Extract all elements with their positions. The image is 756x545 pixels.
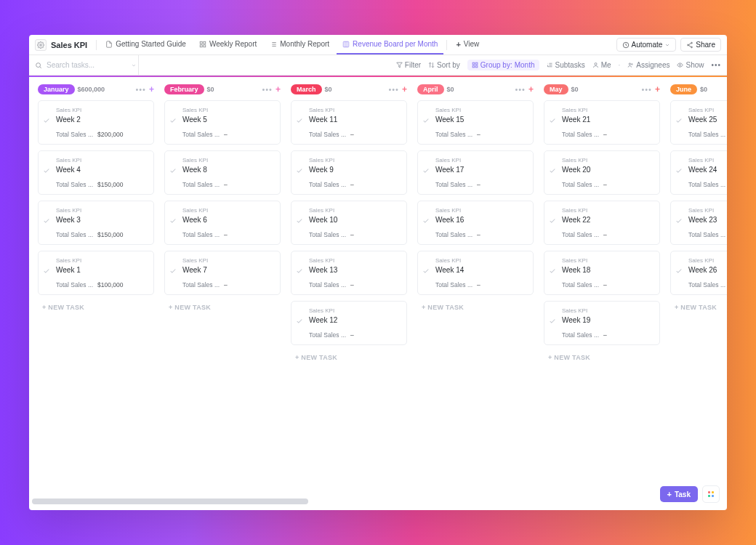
check-icon[interactable]: [43, 217, 50, 225]
task-card[interactable]: Sales KPIWeek 24Total Sales ...: [670, 150, 727, 195]
check-icon[interactable]: [549, 117, 556, 124]
more-icon[interactable]: •••: [515, 85, 526, 94]
check-icon[interactable]: [675, 217, 683, 225]
settings-icon[interactable]: [35, 39, 47, 51]
share-button[interactable]: Share: [680, 38, 721, 52]
add-card-icon[interactable]: +: [655, 84, 660, 94]
task-card[interactable]: Sales KPIWeek 7Total Sales ...–: [164, 251, 281, 295]
task-card[interactable]: Sales KPIWeek 16Total Sales ...–: [417, 201, 534, 245]
check-icon[interactable]: [169, 167, 177, 174]
tab-getting-started-guide[interactable]: Getting Started Guide: [100, 35, 192, 54]
task-card[interactable]: Sales KPIWeek 4Total Sales ...$150,000: [38, 150, 154, 195]
check-icon[interactable]: [169, 217, 177, 225]
new-task-button[interactable]: + NEW TASK: [417, 301, 534, 314]
task-card[interactable]: Sales KPIWeek 2Total Sales ...$200,000: [38, 100, 154, 145]
task-card[interactable]: Sales KPIWeek 10Total Sales ...–: [291, 201, 407, 245]
board[interactable]: January$600,000•••+Sales KPIWeek 2Total …: [29, 77, 727, 510]
month-chip[interactable]: June: [670, 84, 697, 94]
new-task-button[interactable]: + NEW TASK: [291, 351, 407, 364]
tab-weekly-report[interactable]: Weekly Report: [193, 35, 262, 54]
check-icon[interactable]: [422, 167, 430, 174]
sort-button[interactable]: Sort by: [428, 61, 460, 69]
check-icon[interactable]: [43, 117, 50, 124]
task-card[interactable]: Sales KPIWeek 20Total Sales ...–: [544, 150, 660, 195]
task-card[interactable]: Sales KPIWeek 17Total Sales ...–: [417, 150, 534, 195]
show-button[interactable]: Show: [677, 61, 704, 69]
task-card[interactable]: Sales KPIWeek 18Total Sales ...–: [544, 251, 660, 295]
check-icon[interactable]: [296, 217, 303, 225]
task-card[interactable]: Sales KPIWeek 26Total Sales ...: [670, 251, 727, 295]
task-card[interactable]: Sales KPIWeek 15Total Sales ...–: [417, 100, 534, 145]
check-icon[interactable]: [169, 267, 177, 275]
check-icon[interactable]: [43, 267, 50, 275]
assignees-button[interactable]: Assignees: [627, 61, 669, 69]
new-task-button[interactable]: + NEW TASK: [38, 301, 154, 314]
month-chip[interactable]: January: [38, 84, 75, 94]
add-card-icon[interactable]: +: [149, 84, 154, 94]
check-icon[interactable]: [296, 167, 303, 174]
me-button[interactable]: Me: [592, 61, 611, 69]
more-icon[interactable]: •••: [641, 85, 652, 94]
search-input-wrap[interactable]: [35, 61, 137, 69]
check-icon[interactable]: [549, 167, 556, 174]
check-icon[interactable]: [296, 318, 303, 325]
check-icon[interactable]: [549, 217, 556, 225]
add-card-icon[interactable]: +: [276, 84, 281, 94]
subtasks-button[interactable]: Subtasks: [547, 61, 585, 69]
check-icon[interactable]: [296, 267, 303, 275]
check-icon[interactable]: [549, 318, 556, 325]
month-chip[interactable]: May: [544, 84, 568, 94]
group-by-button[interactable]: Group by: Month: [467, 60, 539, 70]
automate-button[interactable]: Automate: [616, 38, 677, 52]
new-task-button[interactable]: + NEW TASK: [164, 301, 281, 314]
task-card[interactable]: Sales KPIWeek 13Total Sales ...–: [291, 251, 407, 295]
new-task-fab[interactable]: + Task: [660, 486, 699, 502]
horizontal-scrollbar[interactable]: [32, 498, 308, 504]
tab-revenue-board-per-month[interactable]: Revenue Board per Month: [337, 35, 443, 54]
add-card-icon[interactable]: +: [528, 84, 534, 94]
more-icon[interactable]: •••: [135, 85, 146, 94]
task-card[interactable]: Sales KPIWeek 22Total Sales ...–: [544, 201, 660, 245]
month-chip[interactable]: April: [417, 84, 444, 94]
new-task-button[interactable]: + NEW TASK: [670, 301, 727, 314]
task-card[interactable]: Sales KPIWeek 12Total Sales ...–: [291, 301, 407, 345]
add-card-icon[interactable]: +: [402, 84, 407, 94]
task-card[interactable]: Sales KPIWeek 14Total Sales ...–: [417, 251, 534, 295]
search-input[interactable]: [47, 61, 112, 69]
check-icon[interactable]: [675, 167, 683, 174]
task-card[interactable]: Sales KPIWeek 19Total Sales ...–: [544, 301, 660, 345]
filter-button[interactable]: Filter: [396, 61, 421, 69]
check-icon[interactable]: [549, 267, 556, 275]
more-icon[interactable]: •••: [388, 85, 399, 94]
month-chip[interactable]: February: [164, 84, 204, 94]
new-task-button[interactable]: + NEW TASK: [544, 351, 660, 364]
check-icon[interactable]: [169, 117, 177, 124]
check-icon[interactable]: [675, 267, 683, 275]
task-card[interactable]: Sales KPIWeek 5Total Sales ...–: [164, 100, 281, 145]
check-icon[interactable]: [675, 117, 683, 124]
task-card[interactable]: Sales KPIWeek 6Total Sales ...–: [164, 201, 281, 245]
card-field-value: –: [350, 181, 354, 188]
more-icon[interactable]: •••: [711, 61, 721, 69]
tab-monthly-report[interactable]: Monthly Report: [264, 35, 335, 54]
apps-fab[interactable]: [702, 485, 720, 503]
task-card[interactable]: Sales KPIWeek 11Total Sales ...–: [291, 100, 407, 145]
check-icon[interactable]: [422, 217, 430, 225]
check-icon[interactable]: [422, 267, 430, 275]
task-card[interactable]: Sales KPIWeek 25Total Sales ...: [670, 100, 727, 145]
check-icon[interactable]: [296, 117, 303, 124]
task-card[interactable]: Sales KPIWeek 8Total Sales ...–: [164, 150, 281, 195]
more-icon[interactable]: •••: [262, 85, 273, 94]
chevron-down-icon[interactable]: [131, 62, 137, 68]
task-card[interactable]: Sales KPIWeek 1Total Sales ...$100,000: [38, 251, 154, 295]
check-icon[interactable]: [422, 117, 430, 124]
task-card[interactable]: Sales KPIWeek 3Total Sales ...$150,000: [38, 201, 154, 245]
check-icon[interactable]: [43, 167, 50, 174]
task-card[interactable]: Sales KPIWeek 23Total Sales ...: [670, 201, 727, 245]
card-field-value: –: [603, 281, 607, 288]
task-card[interactable]: Sales KPIWeek 9Total Sales ...–: [291, 150, 407, 195]
month-chip[interactable]: March: [291, 84, 322, 94]
chevron-down-icon: [664, 42, 670, 48]
tab-view[interactable]: +View: [450, 35, 485, 54]
task-card[interactable]: Sales KPIWeek 21Total Sales ...–: [544, 100, 660, 145]
